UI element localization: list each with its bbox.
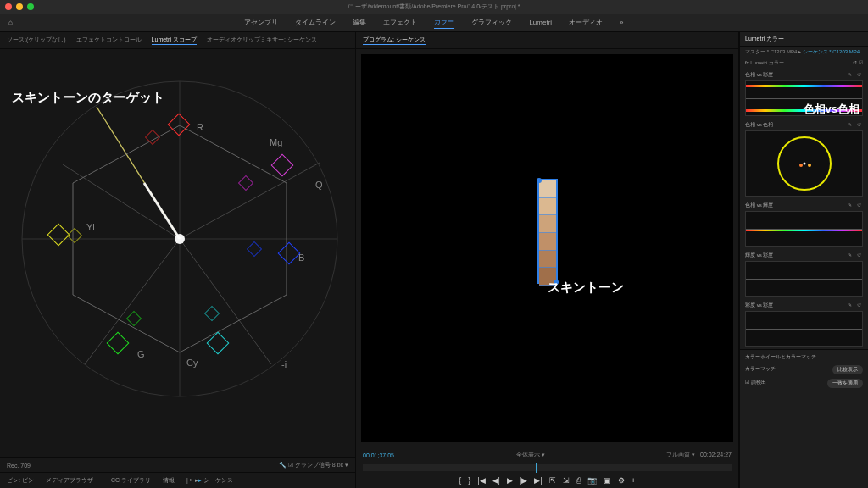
svg-line-21: [144, 183, 180, 239]
ws-graphic[interactable]: グラフィック: [471, 18, 512, 27]
svg-line-3: [180, 163, 320, 239]
timecode-in[interactable]: 00;01;37;05: [363, 452, 394, 458]
label-q: Q: [315, 180, 323, 190]
quality[interactable]: フル画質: [666, 452, 690, 458]
bt-lib[interactable]: CC ライブラリ: [111, 476, 151, 485]
label-mg: Mg: [270, 137, 282, 147]
program-panel: プログラム: シーケンス スキントーン 00;01;37;05 全体表示 ▾ フ…: [356, 32, 739, 488]
bt-media[interactable]: メディアブラウザー: [46, 476, 99, 485]
face-detect[interactable]: 顔検出: [751, 380, 766, 385]
home-icon[interactable]: ⌂: [8, 19, 13, 26]
workspace-bar: ⌂ アセンブリ タイムライン 編集 エフェクト カラー グラフィック Lumet…: [0, 14, 868, 32]
next-icon[interactable]: ▶|: [534, 476, 542, 485]
lumetri-panel: 色相vs色相 Lumetri カラー マスター * C1203.MP4 ▸ シー…: [739, 32, 868, 488]
left-tabs: ソース:(クリップなし) エフェクトコントロール Lumetri スコープ オー…: [0, 32, 355, 49]
bitdepth[interactable]: 8 bit: [332, 462, 343, 468]
ws-edit[interactable]: 編集: [353, 18, 366, 27]
label-b: B: [298, 252, 304, 263]
compare-icon[interactable]: ▣: [604, 476, 611, 485]
annotation-skin: スキントーン: [548, 280, 624, 296]
plus-icon[interactable]: +: [632, 476, 636, 485]
vectorscope: R Mg Q B -i Cy G Yl: [19, 78, 341, 400]
ws-effect[interactable]: エフェクト: [383, 18, 417, 27]
camera-icon[interactable]: 📷: [587, 476, 597, 485]
curve-hue-luma[interactable]: 色相 vs 輝度: [745, 202, 773, 209]
ws-assembly[interactable]: アセンブリ: [244, 18, 278, 27]
svg-line-4: [85, 239, 180, 364]
prev-icon[interactable]: |◀: [477, 476, 485, 485]
label-cy: Cy: [186, 358, 198, 368]
skin-tone-strip[interactable]: [537, 179, 558, 284]
mark-out-icon[interactable]: }: [468, 476, 470, 485]
lift-icon[interactable]: ⇱: [549, 476, 556, 485]
tab-audiomix[interactable]: オーディオクリップミキサー: シーケンス: [207, 36, 317, 45]
svg-rect-11: [271, 154, 292, 175]
ws-overflow-icon[interactable]: »: [620, 19, 623, 26]
svg-rect-17: [107, 332, 128, 353]
bt-seq[interactable]: シーケンス: [203, 477, 233, 483]
document-title: /ユーザ/widemount/書類/Adobe/Premiere Pro/14.…: [348, 3, 520, 11]
master-clip: マスター * C1203.MP4: [745, 49, 797, 54]
svg-rect-19: [47, 224, 69, 245]
svg-rect-12: [239, 176, 253, 191]
program-monitor[interactable]: スキントーン: [361, 54, 733, 442]
mini-timeline[interactable]: [363, 464, 732, 471]
svg-line-6: [63, 164, 180, 239]
window-titlebar: /ユーザ/widemount/書類/Adobe/Premiere Pro/14.…: [0, 0, 868, 14]
svg-rect-13: [278, 242, 299, 263]
curve-luma-sat[interactable]: 輝度 vs 彩度: [745, 252, 773, 259]
tab-lumetri-scope[interactable]: Lumetri スコープ: [152, 36, 197, 45]
label-i: -i: [281, 359, 287, 369]
eyedropper-icon[interactable]: ✎ ↺: [848, 71, 863, 79]
seq-clip: シーケンス * C1203.MP4: [803, 49, 860, 54]
label-g: G: [137, 349, 145, 359]
annotation-hue: 色相vs色相: [804, 102, 860, 117]
ws-timeline[interactable]: タイムライン: [295, 18, 336, 27]
svg-point-22: [175, 234, 185, 244]
preset-name[interactable]: Lumetri カラー: [750, 60, 784, 65]
lumetri-title[interactable]: Lumetri カラー: [740, 32, 868, 47]
svg-rect-14: [248, 242, 262, 257]
traffic-lights[interactable]: [5, 3, 34, 10]
clamp-label[interactable]: クランプ信号: [295, 462, 331, 468]
colorspace[interactable]: Rec. 709: [7, 463, 31, 469]
hue-wheel[interactable]: [777, 136, 832, 191]
transport-bar: { } |◀ ◀| ▶ |▶ ▶| ⇱ ⇲ ⎙ 📷 ▣ ⚙ +: [356, 473, 738, 488]
label-yl: Yl: [86, 222, 95, 232]
wheels-section[interactable]: カラーホイールとカラーマッチ: [745, 353, 863, 361]
curve-sat-sat[interactable]: 彩度 vs 彩度: [745, 302, 773, 309]
scopes-panel: ソース:(クリップなし) エフェクトコントロール Lumetri スコープ オー…: [0, 32, 356, 488]
apply-button[interactable]: 一致を適用: [827, 379, 863, 388]
bt-bin[interactable]: ビン: ビン: [7, 476, 34, 485]
tab-source[interactable]: ソース:(クリップなし): [7, 36, 66, 45]
extract-icon[interactable]: ⇲: [563, 476, 570, 485]
svg-rect-16: [205, 307, 220, 321]
curve-hue-sat[interactable]: 色相 vs 彩度: [745, 71, 773, 79]
step-back-icon[interactable]: ◀|: [492, 476, 500, 485]
curve-hue-hue[interactable]: 色相 vs 色相: [745, 121, 773, 129]
program-tab[interactable]: プログラム: シーケンス: [363, 36, 426, 45]
ws-audio[interactable]: オーディオ: [569, 18, 603, 27]
bt-info[interactable]: 情報: [163, 476, 175, 485]
compare-button[interactable]: 比較表示: [832, 365, 863, 374]
settings-icon[interactable]: ⚙: [618, 476, 625, 485]
ws-color[interactable]: カラー: [434, 17, 454, 29]
svg-rect-18: [127, 312, 142, 326]
svg-rect-20: [68, 229, 82, 243]
play-icon[interactable]: ▶: [507, 476, 513, 485]
wrench-icon[interactable]: 🔧: [279, 462, 287, 468]
fit-dropdown[interactable]: 全体表示: [516, 452, 540, 458]
ws-lumetri[interactable]: Lumetri: [529, 19, 552, 26]
timecode-out[interactable]: 00;02;24;27: [700, 452, 732, 458]
label-r: R: [197, 122, 203, 132]
tab-fxcontrol[interactable]: エフェクトコントロール: [76, 36, 142, 45]
mark-in-icon[interactable]: {: [459, 476, 461, 485]
step-fwd-icon[interactable]: |▶: [520, 476, 527, 485]
colormatch-label: カラーマッチ: [745, 365, 776, 373]
export-icon[interactable]: ⎙: [576, 476, 581, 485]
svg-rect-9: [168, 114, 189, 135]
